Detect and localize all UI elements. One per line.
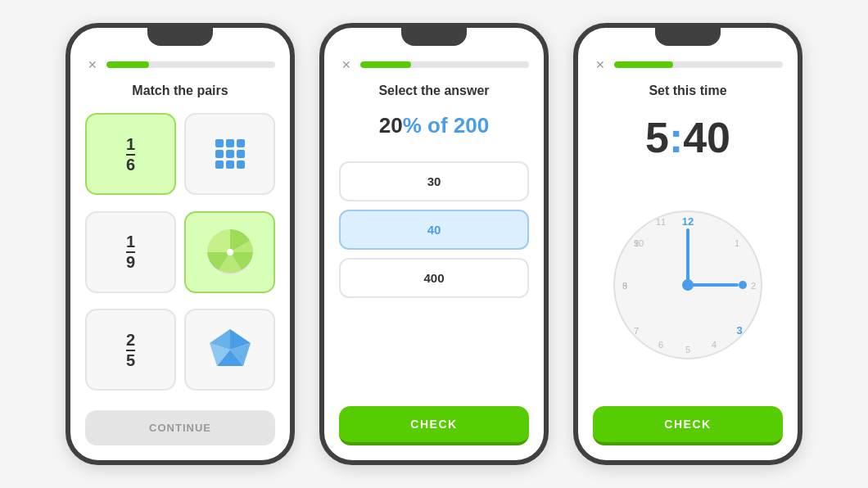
grid-dot (215, 139, 224, 147)
grid-dot (237, 150, 245, 158)
answer-option-40[interactable]: 40 (339, 210, 529, 250)
answer-option-30[interactable]: 30 (339, 161, 529, 201)
screen-title-1: Match the pairs (85, 84, 275, 98)
denominator-9: 9 (126, 253, 135, 271)
svg-text:1: 1 (735, 238, 739, 248)
close-button-3[interactable]: ✕ (593, 57, 608, 72)
svg-text:6: 6 (658, 340, 663, 350)
svg-text:12: 12 (682, 215, 694, 228)
numerator-1b: 1 (126, 233, 135, 253)
numerator-2: 2 (126, 331, 135, 351)
phone-select-answer: ✕ Select the answer 20% of 200 30 40 400… (319, 23, 549, 465)
grid-dot (215, 150, 224, 158)
progress-bar-fill-3 (614, 61, 673, 68)
svg-text:2: 2 (751, 281, 756, 291)
screen-title-3: Set this time (593, 84, 783, 98)
answer-option-400[interactable]: 400 (339, 258, 529, 298)
numerator-1: 1 (126, 135, 135, 156)
progress-bar-fill-2 (360, 61, 411, 68)
answer-options: 30 40 400 (339, 161, 529, 395)
progress-bar-bg-1 (106, 61, 275, 68)
grid-dot (237, 160, 245, 169)
close-button-1[interactable]: ✕ (85, 57, 100, 72)
svg-text:4: 4 (712, 340, 717, 350)
denominator-6: 6 (126, 156, 135, 174)
check-button-2[interactable]: CHECK (339, 406, 529, 445)
pair-card-pie[interactable] (184, 211, 275, 293)
progress-bar-fill-1 (106, 61, 149, 68)
grid-dot (237, 139, 245, 147)
analog-clock[interactable]: 12 1 2 3 4 5 6 7 8 9 9 10 11 (610, 207, 766, 363)
pair-card-fraction-1-9[interactable]: 1 9 (85, 211, 176, 293)
svg-point-1 (227, 249, 233, 255)
grid-dot (226, 150, 234, 158)
top-bar-3: ✕ (593, 57, 783, 72)
phone-notch-2 (401, 28, 467, 46)
progress-bar-bg-3 (614, 61, 783, 68)
pair-card-pentagon[interactable] (184, 309, 275, 391)
grid-dot (215, 160, 224, 169)
pie-chart-icon (206, 228, 255, 277)
clock-dot-3 (739, 281, 747, 289)
question-of: of 200 (422, 113, 489, 138)
fraction-1-6: 1 6 (126, 135, 135, 174)
svg-text:10: 10 (634, 238, 644, 248)
svg-text:7: 7 (634, 326, 639, 336)
time-hour: 5 (645, 114, 669, 161)
top-bar-1: ✕ (85, 57, 275, 72)
question-percent-sign: % (403, 113, 422, 138)
time-minute: 40 (683, 114, 730, 161)
fraction-1-9: 1 9 (126, 233, 135, 271)
grid-dot (226, 139, 234, 147)
time-colon: : (669, 114, 683, 161)
svg-text:3: 3 (736, 324, 742, 337)
phone-set-time: ✕ Set this time 5:40 12 1 2 3 4 5 6 (573, 23, 802, 465)
progress-bar-bg-2 (360, 61, 529, 68)
top-bar-2: ✕ (339, 57, 529, 72)
pair-card-fraction-2-5[interactable]: 2 5 (85, 309, 176, 391)
phone-notch-3 (655, 28, 721, 46)
clock-wrapper: 12 1 2 3 4 5 6 7 8 9 9 10 11 (593, 175, 783, 395)
denominator-5: 5 (126, 351, 135, 369)
phone-match-pairs: ✕ Match the pairs 1 6 (66, 23, 295, 465)
time-display: 5:40 (593, 113, 783, 162)
svg-text:5: 5 (685, 345, 690, 355)
pair-card-grid[interactable] (184, 113, 275, 195)
pentagon-icon (206, 325, 255, 374)
question-percent: 20 (379, 113, 403, 138)
fraction-2-5: 2 5 (126, 331, 135, 369)
question-text: 20% of 200 (339, 113, 529, 138)
grid-icon (215, 139, 245, 169)
svg-text:9: 9 (622, 281, 627, 291)
screen-title-2: Select the answer (339, 84, 529, 98)
check-button-3[interactable]: CHECK (593, 406, 783, 445)
phone-notch-1 (147, 28, 213, 46)
pair-card-fraction-1-6[interactable]: 1 6 (85, 113, 176, 195)
continue-button[interactable]: CONTINUE (85, 410, 275, 445)
grid-dot (226, 160, 234, 169)
clock-center (682, 279, 694, 291)
pairs-grid: 1 6 (85, 113, 275, 399)
close-button-2[interactable]: ✕ (339, 57, 354, 72)
svg-text:11: 11 (656, 217, 666, 227)
